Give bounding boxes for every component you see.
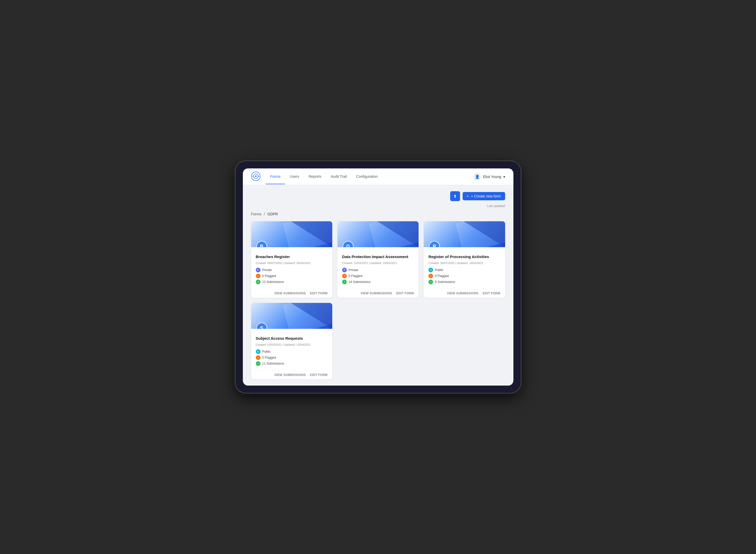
flagged-label-ropa: 0 Flagged: [435, 274, 449, 278]
upload-button[interactable]: ⬆: [450, 191, 460, 201]
card-header-ropa: R: [424, 221, 505, 247]
nav-users[interactable]: Users: [285, 169, 304, 184]
card-flagged-sar: ! 0 Flagged: [256, 355, 328, 360]
nav-links: Forms Users Reports Audit Trail Configur…: [266, 169, 474, 184]
submissions-label-ropa: 9 Submissions: [435, 280, 455, 284]
cards-row-1: B Breaches Register Created: 09/07/2020 …: [251, 221, 505, 298]
nav-reports[interactable]: Reports: [304, 169, 326, 184]
nav-forms[interactable]: Forms: [266, 169, 285, 184]
user-name: Eliot Young: [483, 175, 501, 179]
card-title-sar: Subject Access Requests: [256, 336, 328, 340]
breadcrumb-sep: /: [264, 212, 265, 216]
public-icon-ropa: G: [428, 268, 433, 272]
card-meta-breaches: Created: 09/07/2020 | Updated: 28/04/202…: [256, 262, 328, 265]
upload-icon: ⬆: [453, 194, 457, 199]
user-menu[interactable]: 👤 Eliot Young ▾: [474, 173, 505, 180]
card-body-sar: Subject Access Requests Created: 02/03/2…: [251, 329, 332, 370]
navbar: Forms Users Reports Audit Trail Configur…: [243, 168, 514, 185]
user-avatar-icon: 👤: [474, 173, 481, 180]
plus-icon: +: [467, 194, 469, 198]
card-title-ropa: Register of Processing Activities: [428, 255, 500, 259]
view-submissions-dpia[interactable]: VIEW SUBMISSIONS: [361, 291, 392, 295]
nav-configuration[interactable]: Configuration: [352, 169, 382, 184]
card-avatar-breaches: B: [256, 241, 267, 247]
check-icon-ropa: ✓: [428, 280, 433, 284]
card-footer-dpia: VIEW SUBMISSIONS EDIT FORM: [337, 289, 419, 298]
device-screen: Forms Users Reports Audit Trail Configur…: [243, 168, 514, 386]
card-dpia: D Data Protection Impact Assessment Crea…: [337, 221, 419, 298]
card-ropa: R Register of Processing Activities Crea…: [424, 221, 505, 298]
submissions-label-sar: 11 Submissions: [262, 362, 284, 365]
submissions-label-dpia: 14 Submissions: [348, 280, 371, 284]
dropdown-icon: ▾: [503, 175, 505, 179]
breadcrumb-current: GDPR: [267, 212, 278, 216]
app-logo[interactable]: [251, 172, 261, 182]
card-title-breaches: Breaches Register: [256, 255, 328, 259]
card-status-ropa: G Public: [428, 268, 500, 272]
card-avatar-ropa: R: [429, 241, 440, 247]
cards-row-2: S Subject Access Requests Created: 02/03…: [251, 303, 505, 379]
edit-form-dpia[interactable]: EDIT FORM: [396, 291, 414, 295]
card-header-dpia: D: [337, 221, 419, 247]
card-status-breaches: P Private: [256, 268, 328, 272]
flagged-icon-breaches: !: [256, 274, 261, 278]
card-flagged-breaches: ! 0 Flagged: [256, 274, 328, 278]
card-avatar-dpia: D: [343, 241, 354, 247]
card-header-sar: S: [251, 303, 332, 329]
flagged-label-sar: 0 Flagged: [262, 356, 276, 359]
card-meta-sar: Created: 02/03/2021 | Updated: 13/04/202…: [256, 343, 328, 346]
view-submissions-ropa[interactable]: VIEW SUBMISSIONS: [447, 291, 478, 295]
card-body-dpia: Data Protection Impact Assessment Create…: [337, 247, 419, 289]
card-avatar-sar: S: [256, 323, 267, 329]
toolbar: ⬆ + + Create new form: [251, 191, 505, 201]
check-icon-dpia: ✓: [342, 280, 347, 284]
status-label-ropa: Public: [435, 268, 443, 272]
last-updated-text: Last updated: [251, 204, 505, 208]
public-icon-sar: G: [256, 349, 261, 354]
card-meta-ropa: Created: 30/07/2020 | Updated: 19/04/202…: [428, 262, 500, 265]
check-icon-breaches: ✓: [256, 280, 261, 284]
flagged-label-breaches: 0 Flagged: [262, 274, 276, 278]
edit-form-breaches[interactable]: EDIT FORM: [310, 291, 328, 295]
flagged-icon-dpia: !: [342, 274, 347, 278]
flagged-icon-sar: !: [256, 355, 261, 360]
status-label-dpia: Private: [348, 268, 358, 272]
status-label-sar: Public: [262, 350, 271, 353]
card-submissions-dpia: ✓ 14 Submissions: [342, 280, 414, 284]
card-sar: S Subject Access Requests Created: 02/03…: [251, 303, 332, 379]
card-submissions-sar: ✓ 11 Submissions: [256, 361, 328, 366]
card-submissions-ropa: ✓ 9 Submissions: [428, 280, 500, 284]
card-flagged-ropa: ! 0 Flagged: [428, 274, 500, 278]
card-meta-dpia: Created: 12/03/2021 | Updated: 19/04/202…: [342, 262, 414, 265]
nav-audit-trail[interactable]: Audit Trail: [326, 169, 352, 184]
card-body-ropa: Register of Processing Activities Create…: [424, 247, 505, 289]
card-header-breaches: B: [251, 221, 332, 247]
card-footer-sar: VIEW SUBMISSIONS EDIT FORM: [251, 370, 332, 379]
private-icon-dpia: P: [342, 268, 347, 272]
breadcrumb-forms[interactable]: Forms: [251, 212, 262, 216]
card-submissions-breaches: ✓ 12 Submissions: [256, 280, 328, 284]
edit-form-sar[interactable]: EDIT FORM: [310, 373, 328, 377]
check-icon-sar: ✓: [256, 361, 261, 366]
card-body-breaches: Breaches Register Created: 09/07/2020 | …: [251, 247, 332, 289]
main-content: ⬆ + + Create new form Last updated Forms…: [243, 185, 514, 386]
card-footer-ropa: VIEW SUBMISSIONS EDIT FORM: [424, 289, 505, 298]
edit-form-ropa[interactable]: EDIT FORM: [483, 291, 500, 295]
view-submissions-breaches[interactable]: VIEW SUBMISSIONS: [274, 291, 306, 295]
create-form-label: + Create new form: [471, 194, 501, 198]
create-form-button[interactable]: + + Create new form: [463, 192, 505, 200]
card-breaches-register: B Breaches Register Created: 09/07/2020 …: [251, 221, 332, 298]
device-frame: Forms Users Reports Audit Trail Configur…: [235, 161, 521, 393]
svg-point-2: [255, 175, 257, 177]
card-footer-breaches: VIEW SUBMISSIONS EDIT FORM: [251, 289, 332, 298]
breadcrumb: Forms / GDPR: [251, 212, 505, 216]
card-flagged-dpia: ! 0 Flagged: [342, 274, 414, 278]
status-label-breaches: Private: [262, 268, 272, 272]
flagged-label-dpia: 0 Flagged: [348, 274, 362, 278]
card-status-sar: G Public: [256, 349, 328, 354]
private-icon: P: [256, 268, 261, 272]
cards-container: B Breaches Register Created: 09/07/2020 …: [251, 221, 505, 379]
card-status-dpia: P Private: [342, 268, 414, 272]
submissions-label-breaches: 12 Submissions: [262, 280, 284, 284]
view-submissions-sar[interactable]: VIEW SUBMISSIONS: [274, 373, 306, 377]
